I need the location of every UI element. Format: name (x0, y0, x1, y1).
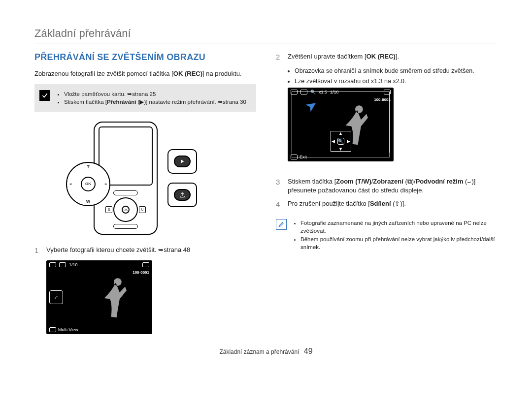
prerequisite-list: Vložte paměťovou kartu. ➥strana 25 Stisk… (64, 90, 246, 106)
dpad-callout: T W « » OK (66, 162, 110, 206)
note-item: Během používání zoomu při přehrávání nel… (300, 235, 498, 251)
step-number: 3 (276, 177, 283, 194)
share-button-callout (167, 183, 197, 207)
left-column: PŘEHRÁVÁNÍ SE ZVĚTŠENÍM OBRAZU Zobrazeno… (34, 52, 256, 337)
manual-page: Základní přehrávání PŘEHRÁVÁNÍ SE ZVĚTŠE… (0, 0, 532, 366)
battery-icon (142, 262, 149, 267)
bottom-label: Exit (299, 155, 307, 159)
step-3: 3 Stiskem tlačítka [Zoom (T/W)/Zobrazení… (276, 177, 498, 194)
magnifier-icon: 🔍 (337, 138, 344, 145)
prereq-item: Stiskem tlačítka [Přehrávání (▶)] nastav… (64, 98, 246, 106)
step-text: Zvětšení upravte tlačítkem [OK (REC)]. (288, 52, 399, 62)
menu-icon (49, 327, 56, 332)
detail-item: Lze zvětšovat v rozsahu od x1.3 na x2.0. (295, 77, 498, 86)
subsection-title: PŘEHRÁVÁNÍ SE ZVĚTŠENÍM OBRAZU (34, 52, 256, 62)
divider (34, 43, 498, 43)
dpad-left-label: « (69, 182, 72, 187)
counter: 1/10 (69, 262, 78, 267)
pencil-icon (276, 219, 287, 230)
step-text: Stiskem tlačítka [Zoom (T/W)/Zobrazení (… (288, 177, 498, 194)
note-box: Fotografie zaznamenané na jiných zařízen… (276, 219, 498, 250)
camera-body: T W « » OK ⧉ OK U (94, 122, 158, 235)
zoom-icon: ⤢ (49, 290, 63, 304)
detail-item: Obrazovka se ohraničí a snímek bude směr… (295, 67, 498, 75)
chapter-label: Základní záznam a přehrávání (219, 348, 299, 355)
prereq-item: Vložte paměťovou kartu. ➥strana 25 (64, 90, 246, 98)
back-icon (291, 155, 298, 159)
step-text: Pro zrušení použijte tlačítko [Sdílení (… (288, 199, 406, 209)
control-ring: OK (113, 197, 138, 222)
checkmark-icon (39, 90, 50, 101)
intro-paragraph: Zobrazenou fotografii lze zvětšit pomocí… (34, 69, 256, 78)
section-title: Základní přehrávání (34, 27, 498, 40)
step-number: 1 (34, 246, 41, 255)
step-number: 2 (276, 52, 283, 62)
dpad-down-label: W (86, 199, 91, 204)
side-button-callouts (167, 149, 197, 207)
step-2: 2 Zvětšení upravte tlačítkem [OK (REC)]. (276, 52, 498, 62)
display-button: ⧉ (105, 206, 112, 213)
play-button-callout (167, 149, 197, 174)
step-text: Vyberte fotografii kterou chcete zvětšit… (46, 246, 190, 255)
page-number: 49 (304, 347, 313, 355)
device-illustration: T W « » OK ⧉ OK U (34, 122, 256, 235)
step-4: 4 Pro zrušení použijte tlačítko [Sdílení… (276, 199, 498, 209)
ok-button: OK (122, 206, 130, 214)
card-icon (59, 262, 66, 267)
screenshot-1: 1/10 100-0001 ⤢ Multi View (46, 260, 152, 334)
mode-icon (49, 262, 56, 267)
dpad-up-label: T (87, 164, 90, 169)
page-footer: Základní záznam a přehrávání 49 (34, 347, 498, 356)
navigation-pad: ▲▼◀▶ 🔍 (331, 131, 351, 152)
underwater-button: U (139, 206, 146, 213)
bottom-label: Multi View (58, 327, 78, 332)
prerequisite-box: Vložte paměťovou kartu. ➥strana 25 Stisk… (34, 84, 256, 112)
note-list: Fotografie zaznamenané na jiných zařízen… (300, 219, 498, 250)
ok-button-label: OK (81, 177, 96, 191)
screenshot-2: 🔍x1.51/10 100-0001 ➤ ▲▼◀▶ 🔍 Exit (288, 88, 394, 161)
step-1: 1 Vyberte fotografii kterou chcete zvětš… (34, 246, 256, 255)
photo-subject (96, 271, 135, 325)
step-2-details: Obrazovka se ohraničí a snímek bude směr… (288, 67, 498, 86)
two-column-layout: PŘEHRÁVÁNÍ SE ZVĚTŠENÍM OBRAZU Zobrazeno… (34, 52, 498, 337)
note-item: Fotografie zaznamenané na jiných zařízen… (300, 219, 498, 235)
step-number: 4 (276, 199, 283, 209)
dpad-right-label: » (104, 182, 107, 187)
right-column: 2 Zvětšení upravte tlačítkem [OK (REC)].… (276, 52, 498, 337)
